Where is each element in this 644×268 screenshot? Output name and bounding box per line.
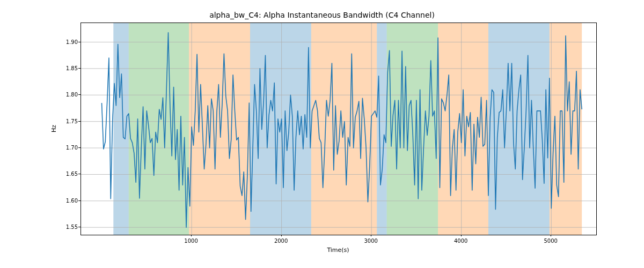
x-tick-label: 3000 bbox=[364, 238, 377, 244]
y-tick-label: 1.85 bbox=[66, 65, 78, 71]
chart-title: alpha_bw_C4: Alpha Instantaneous Bandwid… bbox=[0, 11, 644, 19]
y-tick-label: 1.60 bbox=[66, 197, 78, 203]
y-tick-label: 1.80 bbox=[66, 92, 78, 98]
background-band bbox=[113, 23, 128, 235]
background-band bbox=[189, 23, 250, 235]
y-tick-label: 1.90 bbox=[66, 39, 78, 44]
background-band bbox=[438, 23, 488, 235]
x-tick-label: 1000 bbox=[184, 238, 197, 244]
background-band bbox=[377, 23, 386, 235]
x-axis-label: Time(s) bbox=[327, 247, 349, 254]
plot-area bbox=[80, 23, 597, 235]
x-tick-label: 4000 bbox=[454, 238, 467, 244]
y-tick-label: 1.75 bbox=[66, 118, 78, 124]
y-axis-label: Hz bbox=[50, 125, 57, 132]
plot-svg bbox=[81, 23, 596, 235]
y-tick-label: 1.65 bbox=[66, 171, 78, 177]
y-tick-label: 1.55 bbox=[66, 224, 78, 230]
figure: alpha_bw_C4: Alpha Instantaneous Bandwid… bbox=[0, 0, 644, 268]
y-tick-label: 1.70 bbox=[66, 145, 78, 151]
background-band bbox=[488, 23, 550, 235]
x-tick-label: 5000 bbox=[544, 238, 557, 244]
x-tick-label: 2000 bbox=[274, 238, 288, 244]
